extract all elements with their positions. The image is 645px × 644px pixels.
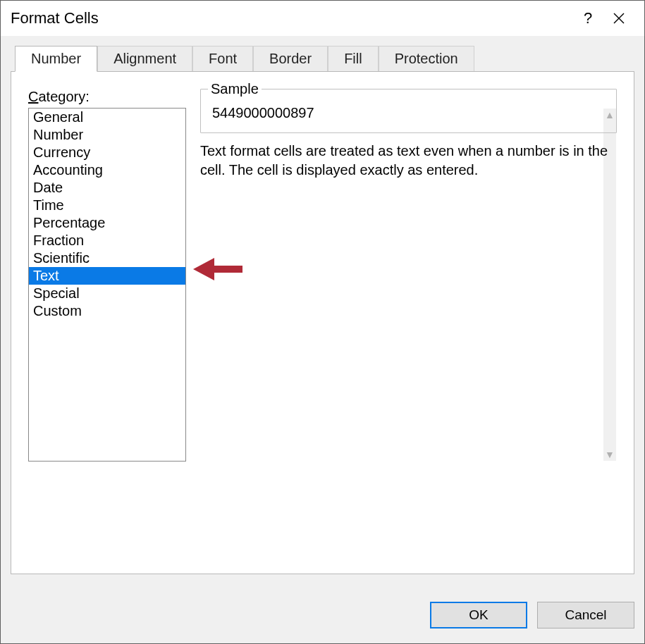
help-button[interactable]: ?: [572, 9, 603, 27]
category-item-custom[interactable]: Custom: [29, 302, 185, 320]
sample-group: Sample 5449000000897: [200, 89, 617, 133]
dialog-content: Number Alignment Font Border Fill Protec…: [1, 36, 644, 587]
tab-alignment[interactable]: Alignment: [97, 46, 192, 72]
tab-protection[interactable]: Protection: [379, 46, 474, 72]
category-item-accounting[interactable]: Accounting: [29, 161, 185, 179]
tab-font[interactable]: Font: [192, 46, 253, 72]
close-icon: [613, 12, 625, 25]
titlebar: Format Cells ?: [1, 1, 644, 36]
dialog-footer: OK Cancel: [1, 587, 644, 643]
category-item-general[interactable]: General: [29, 109, 185, 126]
tab-panel-number: Category: GeneralNumberCurrencyAccountin…: [11, 71, 634, 574]
format-description: Text format cells are treated as text ev…: [200, 142, 617, 180]
tab-fill[interactable]: Fill: [328, 46, 379, 72]
category-item-date[interactable]: Date: [29, 179, 185, 197]
sample-legend: Sample: [208, 81, 262, 97]
category-item-scientific[interactable]: Scientific: [29, 249, 185, 267]
sample-value: 5449000000897: [212, 105, 606, 121]
category-item-time[interactable]: Time: [29, 197, 185, 214]
scroll-down-icon: ▼: [603, 450, 616, 459]
ok-button[interactable]: OK: [430, 602, 527, 628]
category-item-percentage[interactable]: Percentage: [29, 214, 185, 232]
tab-strip: Number Alignment Font Border Fill Protec…: [15, 46, 634, 72]
close-button[interactable]: [603, 12, 634, 25]
category-item-currency[interactable]: Currency: [29, 144, 185, 161]
tab-number[interactable]: Number: [15, 46, 97, 72]
category-label: Category:: [28, 89, 90, 105]
dialog-title: Format Cells: [11, 9, 572, 27]
format-cells-dialog: Format Cells ? Number Alignment Font Bor…: [0, 0, 645, 644]
tab-border[interactable]: Border: [253, 46, 328, 72]
cancel-button[interactable]: Cancel: [537, 602, 634, 628]
category-item-number[interactable]: Number: [29, 126, 185, 144]
category-item-special[interactable]: Special: [29, 285, 185, 302]
category-item-fraction[interactable]: Fraction: [29, 232, 185, 249]
category-item-text[interactable]: Text: [29, 267, 185, 285]
category-listbox[interactable]: GeneralNumberCurrencyAccountingDateTimeP…: [28, 108, 186, 462]
